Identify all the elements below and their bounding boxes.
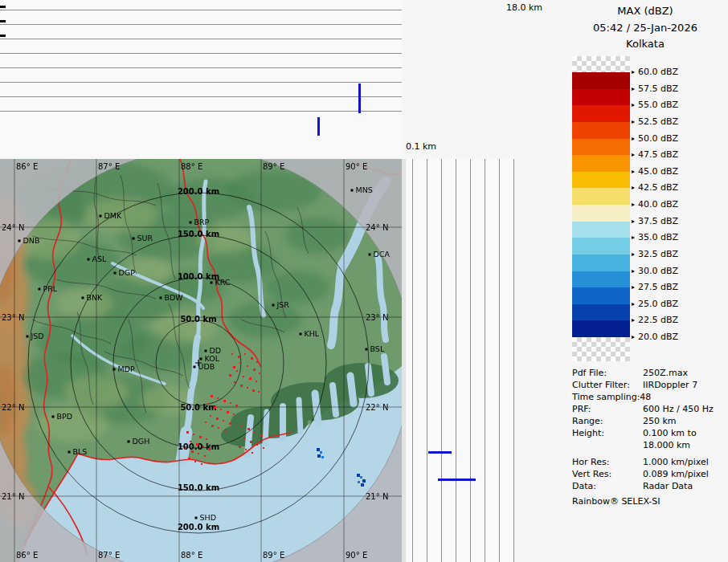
scale-arrow-icon: ▸ [632, 218, 635, 225]
delta-island-speck [231, 353, 233, 355]
station-label: PRL [43, 284, 58, 293]
delta-island-speck [227, 411, 229, 413]
grid-line [0, 53, 402, 54]
delta-island-speck [241, 425, 243, 426]
delta-island-speck [238, 356, 240, 358]
dbz-scale-row: ▸52.5 dBZ [632, 116, 678, 127]
info-row: Data:Radar Data [572, 480, 726, 492]
longitude-label: 87° E [98, 162, 120, 171]
station-dot [52, 416, 55, 418]
latitude-label: 22° N [2, 403, 24, 412]
station-dot [369, 254, 371, 256]
delta-island-speck [233, 413, 235, 415]
dbz-scale-labels: ▸60.0 dBZ▸57.5 dBZ▸55.0 dBZ▸52.5 dBZ▸50.… [562, 0, 728, 369]
dbz-scale-row: ▸45.0 dBZ [632, 166, 678, 177]
grid-line [441, 159, 442, 562]
delta-island-speck [256, 381, 257, 382]
delta-island-speck [247, 365, 248, 367]
info-value: 1.000 km/pixel [643, 456, 709, 468]
longitude-label: 88° E [181, 551, 202, 560]
station-dot [190, 222, 192, 224]
info-label: Clutter Filter: [572, 379, 643, 391]
weak-echo [317, 454, 321, 458]
dbz-scale-label: 37.5 dBZ [638, 216, 678, 226]
delta-island-speck [223, 420, 224, 422]
latitude-label: 21° N [366, 492, 388, 501]
weak-echo [360, 476, 362, 479]
station-dot [205, 350, 207, 352]
software-brand: Rainbow® SELEX-SI [572, 496, 661, 507]
station-label: BDW [165, 293, 184, 302]
station-label: BRP [194, 218, 210, 226]
longitude-label: 90° E [346, 551, 367, 560]
dbz-scale-label: 32.5 dBZ [638, 249, 678, 259]
station-label: BNK [87, 293, 104, 302]
delta-island-speck [206, 438, 207, 440]
delta-island-speck [243, 438, 245, 439]
station-label: KRC [215, 278, 231, 287]
grid-line [412, 159, 413, 562]
station-label: JSD [31, 332, 44, 340]
delta-island-speck [247, 387, 248, 389]
dbz-scale-row: ▸42.5 dBZ [632, 182, 678, 193]
station-dot [114, 272, 117, 275]
scale-arrow-icon: ▸ [632, 333, 635, 340]
station-dot [366, 348, 368, 351]
range-ring-label: 150.0 km [178, 483, 219, 492]
range-ring-label: 50.0 km [180, 315, 216, 324]
longitude-label: 86° E [16, 551, 38, 560]
longitude-label: 86° E [16, 162, 38, 171]
scale-arrow-icon: ▸ [632, 68, 635, 75]
weak-echo [320, 451, 322, 454]
delta-island-speck [240, 385, 243, 387]
scale-arrow-icon: ▸ [632, 201, 635, 208]
delta-island-speck [220, 409, 222, 410]
info-label: Data: [572, 480, 643, 492]
echo-column-mark [317, 117, 320, 136]
station-label: DGP [119, 268, 136, 277]
station-label: UDB [198, 362, 215, 371]
info-row: Time sampling:48 [572, 391, 726, 403]
dbz-scale-label: 35.0 dBZ [638, 232, 678, 242]
info-label: Hor Res: [572, 456, 643, 468]
dbz-scale-row: ▸57.5 dBZ [632, 83, 678, 94]
dbz-scale-label: 20.0 dBZ [638, 332, 678, 342]
dbz-scale-label: 50.0 dBZ [638, 133, 678, 144]
grid-line [0, 24, 402, 25]
delta-island-speck [256, 444, 258, 446]
info-row: Pdf File:250Z.max [572, 367, 726, 379]
echo-row-mark [428, 451, 452, 454]
range-ring-label: 200.0 km [178, 523, 219, 531]
station-dot [300, 333, 302, 336]
scale-arrow-icon: ▸ [632, 250, 635, 258]
delta-island-speck [202, 446, 204, 447]
delta-island-speck [186, 431, 189, 434]
delta-island-speck [236, 370, 238, 372]
station-label: SHD [200, 513, 217, 522]
delta-island-speck [185, 447, 186, 449]
delta-island-speck [204, 455, 206, 457]
station-label: SUR [137, 234, 153, 242]
dbz-scale-row: ▸22.5 dBZ [632, 315, 678, 325]
delta-island-speck [199, 436, 202, 438]
scale-arrow-icon: ▸ [632, 267, 635, 275]
info-value: Radar Data [643, 480, 693, 492]
delta-island-speck [223, 400, 226, 402]
station-dot [68, 451, 71, 454]
delta-island-speck [224, 430, 227, 432]
delta-island-speck [190, 441, 191, 442]
delta-island-speck [252, 389, 255, 392]
dbz-scale-row: ▸40.0 dBZ [632, 199, 678, 210]
delta-island-speck [251, 357, 253, 360]
longitude-label: 89° E [263, 162, 284, 171]
delta-island-speck [230, 402, 231, 404]
grid-line [0, 82, 402, 83]
latitude-label: 21° N [2, 492, 24, 501]
info-value: 0.089 km/pixel [643, 468, 709, 480]
delta-island-speck [260, 434, 263, 437]
station-dot [39, 288, 41, 291]
grid-line [0, 96, 402, 97]
weak-echo [358, 481, 360, 483]
grid-line [0, 39, 402, 39]
delta-island-speck [210, 415, 211, 417]
